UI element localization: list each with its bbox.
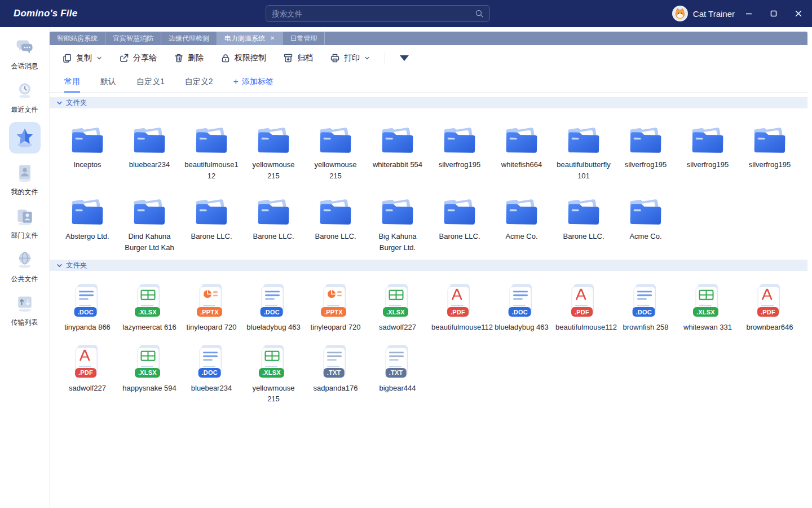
file-type-badge: .DOC xyxy=(633,307,655,317)
folder-item[interactable]: yellowmouse 215 xyxy=(304,122,367,181)
sidebar-item-label: 传输列表 xyxy=(11,318,38,327)
avatar[interactable] xyxy=(672,6,688,21)
folder-item[interactable]: silverfrog195 xyxy=(739,122,801,170)
file-item[interactable]: .PDFbeautifulmouse112 xyxy=(553,282,615,333)
file-item[interactable]: .XLSXyellowmouse 215 xyxy=(242,343,304,405)
file-item[interactable]: .PPTXtinyleopard 720 xyxy=(180,282,242,333)
folder-item[interactable]: whiterabbit 554 xyxy=(367,122,429,170)
sidebar-item-public-files[interactable]: 公共文件 xyxy=(10,248,39,284)
file-item[interactable]: .PDFsadwolf227 xyxy=(56,343,118,394)
folder-icon xyxy=(315,122,356,156)
tab-0[interactable]: 智能站房系统 xyxy=(50,32,105,45)
tab-1[interactable]: 宜宾智慧消防 xyxy=(105,32,161,45)
folder-item[interactable]: Barone LLC. xyxy=(180,194,242,242)
file-item[interactable]: .DOCblueladybug 463 xyxy=(491,282,553,333)
toolbar-copy-button[interactable]: 复制 xyxy=(62,53,102,63)
tab-close-icon[interactable]: ✕ xyxy=(270,36,275,41)
section-header[interactable]: 文件夹 xyxy=(50,97,807,108)
file-item[interactable]: .XLSXsadwolf227 xyxy=(367,282,429,333)
folder-icon xyxy=(67,122,108,156)
filter-tab-2[interactable]: 自定义1 xyxy=(136,71,165,93)
folder-item[interactable]: Acme Co. xyxy=(615,194,677,242)
file-item[interactable]: .TXTsadpanda176 xyxy=(304,343,367,394)
item-label: beautifulmouse112 xyxy=(184,159,239,181)
filter-tab-1[interactable]: 默认 xyxy=(100,71,116,93)
search-input[interactable] xyxy=(272,10,475,18)
toolbar-archive-button[interactable]: 归档 xyxy=(283,53,313,63)
toolbar-share-button[interactable]: 分享给 xyxy=(119,53,157,63)
folder-item[interactable]: bluebear234 xyxy=(118,122,180,170)
sidebar-item-starred[interactable] xyxy=(9,122,41,154)
file-item[interactable]: .PPTXtinyleopard 720 xyxy=(304,282,367,333)
chevron-wrap xyxy=(364,55,370,61)
item-label: sadpanda176 xyxy=(314,383,358,394)
search-icon[interactable] xyxy=(475,9,484,18)
filter-tab-3[interactable]: 自定义2 xyxy=(185,71,213,93)
tab-4[interactable]: 日常管理 xyxy=(283,32,325,45)
tab-2[interactable]: 边缘代理检测 xyxy=(161,32,217,45)
file-item[interactable]: .TXTbigbear444 xyxy=(367,343,429,394)
close-button[interactable] xyxy=(794,9,803,18)
main-panel: 智能站房系统宜宾智慧消防边缘代理检测电力测温系统✕日常管理 复制 分享给 删除 … xyxy=(50,27,812,508)
share-icon xyxy=(119,53,129,63)
folder-item[interactable]: Dind Kahuna Burger Ltd Kah xyxy=(118,194,180,253)
file-type-badge: .XLSX xyxy=(693,307,718,317)
folder-item[interactable]: silverfrog195 xyxy=(615,122,677,170)
filter-tab-0[interactable]: 常用 xyxy=(64,71,80,93)
sidebar-item-dept-files[interactable]: 部门文件 xyxy=(10,204,39,240)
file-item[interactable]: .DOCbrownfish 258 xyxy=(615,282,677,333)
sidebar-item-recent[interactable]: 最近文件 xyxy=(10,78,39,115)
sidebar-item-my-files[interactable]: 我的文件 xyxy=(10,161,39,197)
file-item[interactable]: .DOCbluebear234 xyxy=(180,343,242,394)
file-item[interactable]: .PDFbrownbear646 xyxy=(739,282,801,333)
folder-item[interactable]: Acme Co. xyxy=(491,194,553,242)
file-item[interactable]: .XLSXlazymeercat 616 xyxy=(118,282,180,333)
file-item[interactable]: .DOCtinypanda 866 xyxy=(56,282,118,333)
maximize-button[interactable] xyxy=(769,9,778,18)
file-icon-wrap: .DOC xyxy=(72,282,103,318)
file-item[interactable]: .XLSXwhiteswan 331 xyxy=(677,282,739,333)
minimize-button[interactable] xyxy=(744,9,753,18)
toolbar-delete-button[interactable]: 删除 xyxy=(174,53,204,63)
folder-item[interactable]: Barone LLC. xyxy=(553,194,615,242)
archive-icon xyxy=(283,53,293,63)
folder-item[interactable]: Barone LLC. xyxy=(429,194,491,242)
toolbar-print-button[interactable]: 打印 xyxy=(330,53,370,63)
globe-icon xyxy=(13,250,37,270)
sidebar-item-transfer[interactable]: 传输列表 xyxy=(10,291,39,327)
folder-item[interactable]: Big Kahuna Burger Ltd. xyxy=(367,194,429,253)
item-label: yellowmouse 215 xyxy=(245,383,302,405)
toolbar-button-label: 权限控制 xyxy=(235,53,266,63)
folder-item[interactable]: silverfrog195 xyxy=(429,122,491,170)
folder-item[interactable]: silverfrog195 xyxy=(677,122,739,170)
folder-item[interactable]: beautifulbutterfly101 xyxy=(553,122,615,181)
tab-3[interactable]: 电力测温系统✕ xyxy=(217,32,283,45)
folder-item[interactable]: yellowmouse 215 xyxy=(242,122,304,181)
item-label: bigbear444 xyxy=(379,383,416,394)
user-block[interactable]: Cat Trainer xyxy=(672,0,735,27)
file-type-badge: .PDF xyxy=(75,368,96,378)
file-item[interactable]: .XLSXhappysnake 594 xyxy=(118,343,180,394)
add-tag-button[interactable]: + 添加标签 xyxy=(233,77,273,87)
folder-item[interactable]: whitefish664 xyxy=(491,122,553,170)
add-tag-label: 添加标签 xyxy=(242,77,273,87)
file-icon-wrap: .PDF xyxy=(754,282,785,318)
toolbar-permission-button[interactable]: 权限控制 xyxy=(220,53,266,63)
item-label: bluebear234 xyxy=(191,383,232,394)
folder-item[interactable]: Inceptos xyxy=(56,122,118,170)
folder-icon xyxy=(191,194,232,227)
folder-item[interactable]: Barone LLC. xyxy=(242,194,304,242)
search-box[interactable] xyxy=(266,5,490,22)
sidebar-item-messages[interactable]: 会话消息 xyxy=(10,35,39,71)
folder-item[interactable]: beautifulmouse112 xyxy=(180,122,242,181)
more-dropdown-icon[interactable] xyxy=(400,55,409,61)
file-item[interactable]: .PDFbeautifulmouse112 xyxy=(429,282,491,333)
folder-icon xyxy=(377,194,418,227)
item-label: yellowmouse 215 xyxy=(308,159,363,181)
folder-icon xyxy=(563,122,604,156)
section-header[interactable]: 文件夹 xyxy=(50,260,807,271)
folder-item[interactable]: Abstergo Ltd. xyxy=(56,194,118,242)
folder-item[interactable]: Barone LLC. xyxy=(304,194,367,242)
file-item[interactable]: .DOCblueladybug 463 xyxy=(242,282,304,333)
folder-icon xyxy=(563,194,604,227)
